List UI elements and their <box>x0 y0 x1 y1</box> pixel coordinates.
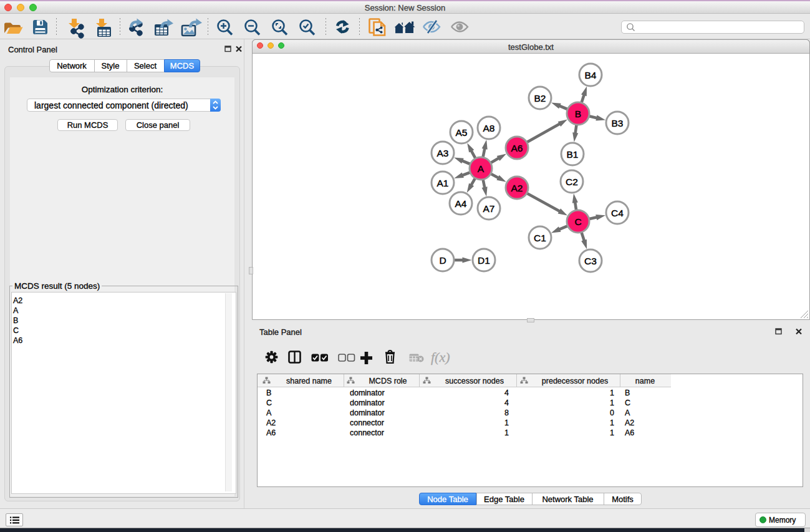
svg-text:D1: D1 <box>478 255 490 266</box>
svg-text:C1: C1 <box>534 233 546 243</box>
svg-text:A8: A8 <box>483 123 495 133</box>
svg-text:B4: B4 <box>585 70 597 80</box>
svg-text:A6: A6 <box>511 143 523 153</box>
svg-text:B2: B2 <box>534 93 546 104</box>
svg-text:C4: C4 <box>611 208 624 218</box>
svg-text:C3: C3 <box>584 256 597 266</box>
svg-text:B1: B1 <box>567 149 579 160</box>
svg-text:A5: A5 <box>456 127 468 138</box>
svg-text:D: D <box>439 255 446 266</box>
svg-text:A: A <box>478 163 485 174</box>
svg-text:B: B <box>575 109 581 119</box>
svg-text:A1: A1 <box>437 178 449 188</box>
svg-text:A4: A4 <box>455 198 467 209</box>
svg-text:C2: C2 <box>566 177 578 187</box>
svg-text:B3: B3 <box>612 118 624 128</box>
svg-text:C: C <box>574 216 581 227</box>
svg-text:A3: A3 <box>437 148 449 158</box>
svg-text:A7: A7 <box>483 203 495 214</box>
svg-text:A2: A2 <box>511 183 523 193</box>
